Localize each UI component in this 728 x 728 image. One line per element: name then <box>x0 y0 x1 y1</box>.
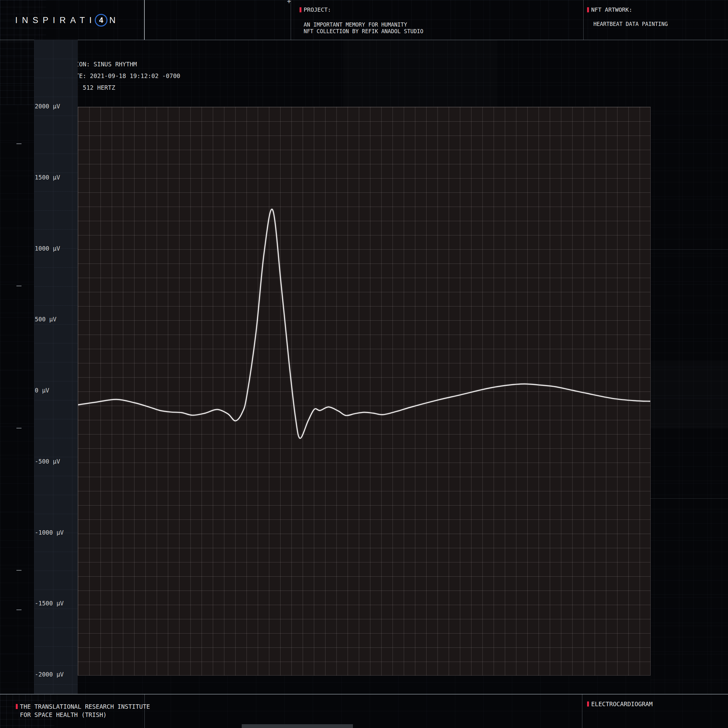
y-axis-label: 1500 µV <box>35 174 60 182</box>
background-grid-right-margin <box>651 40 728 694</box>
inspiration4-logo: INSPIRATI 4 N <box>15 14 120 26</box>
electrocardiogram-label: ELECTROCARDIOGRAM <box>591 700 653 708</box>
y-axis-label: -1000 µV <box>35 529 64 537</box>
axis-edge-tick <box>17 286 21 286</box>
artwork-block: NFT ARTWORK: <box>587 6 632 13</box>
logo-text-right: N <box>109 15 120 25</box>
y-axis-label: 2000 µV <box>35 103 60 111</box>
y-axis-label: 500 µV <box>35 316 57 324</box>
y-axis-label: 0 µV <box>35 387 49 395</box>
project-line-1: AN IMPORTANT MEMORY FOR HUMANITY <box>304 21 407 28</box>
background-grid-left-margin <box>0 105 34 694</box>
ecg-trace-line <box>78 209 650 438</box>
red-marker-icon <box>300 7 301 12</box>
axis-edge-tick <box>17 428 21 428</box>
project-description: AN IMPORTANT MEMORY FOR HUMANITYNFT COLL… <box>304 21 424 35</box>
red-marker-icon <box>587 702 589 707</box>
trish-line-2: FOR SPACE HEALTH (TRISH) <box>20 711 107 718</box>
nft-artwork-canvas: + INSPIRATI 4 N PROJECT: AN IMPORTANT ME… <box>0 0 728 728</box>
y-axis-panel <box>34 40 78 694</box>
ecg-chart-svg <box>78 107 650 675</box>
logo-number: 4 <box>99 16 103 24</box>
project-line-2: NFT COLLECTION BY REFIK ANADOL STUDIO <box>304 28 424 34</box>
header-vertical-divider <box>583 0 584 40</box>
trish-credit-block: THE TRANSLATIONAL RESEARCH INSTITUTEFOR … <box>16 702 150 719</box>
header-vertical-divider <box>144 0 145 40</box>
axis-edge-tick <box>17 570 21 570</box>
axis-edge-tick <box>17 610 21 610</box>
bottom-edge-strip <box>242 724 353 728</box>
red-marker-icon <box>16 704 18 709</box>
y-axis-label: 1000 µV <box>35 245 60 253</box>
axis-edge-tick <box>17 144 21 144</box>
logo-number-circle: 4 <box>95 14 107 26</box>
artwork-title: HEARTBEAT DATA PAINTING <box>593 21 668 28</box>
red-marker-icon <box>587 7 589 12</box>
background-panel-top <box>343 40 497 107</box>
footer-divider-line <box>0 694 728 694</box>
electrocardiogram-label-block: ELECTROCARDIOGRAM <box>587 700 653 708</box>
y-axis-label: -500 µV <box>35 458 60 466</box>
project-block: PROJECT: <box>300 6 331 13</box>
ecg-plot-area <box>78 107 651 676</box>
logo-text-left: INSPIRATI <box>15 15 96 25</box>
header-vertical-divider <box>291 0 291 40</box>
divider-line <box>651 498 728 499</box>
y-axis-label: -2000 µV <box>35 671 64 679</box>
project-label: PROJECT: <box>304 6 331 13</box>
background-panel-right <box>651 361 728 428</box>
artwork-label: NFT ARTWORK: <box>591 6 632 13</box>
trish-line-1: THE TRANSLATIONAL RESEARCH INSTITUTE <box>20 703 150 710</box>
crosshair-marker: + <box>287 0 291 5</box>
y-axis-label: -1500 µV <box>35 600 64 608</box>
